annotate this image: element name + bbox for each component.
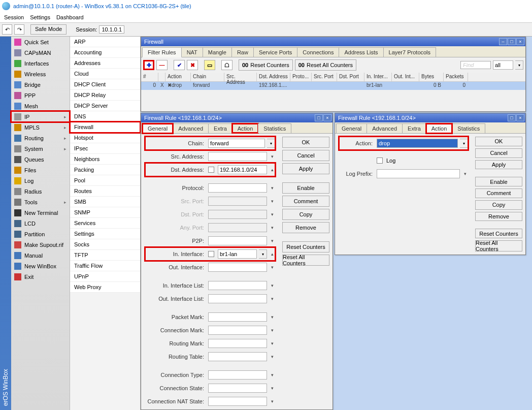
menu-settings[interactable]: Settings bbox=[30, 14, 50, 20]
submenu-item-ipsec[interactable]: IPsec bbox=[70, 143, 140, 154]
submenu-item-hotspot[interactable]: Hotspot bbox=[70, 133, 140, 143]
invert-checkbox[interactable] bbox=[208, 251, 214, 257]
enable-rule-button[interactable]: ✔ bbox=[174, 60, 185, 70]
p2p-input[interactable] bbox=[208, 236, 267, 245]
tab-address-lists[interactable]: Address Lists bbox=[339, 47, 383, 57]
find-input[interactable]: Find bbox=[460, 61, 491, 69]
close-icon[interactable]: × bbox=[516, 114, 524, 121]
submenu-item-services[interactable]: Services bbox=[70, 218, 140, 229]
out-interface-input[interactable] bbox=[208, 263, 267, 272]
expand-icon[interactable]: ▾ bbox=[269, 294, 275, 303]
tab-mangle[interactable]: Mangle bbox=[203, 47, 232, 57]
collapse-icon[interactable]: ▴ bbox=[269, 165, 275, 174]
close-icon[interactable]: × bbox=[516, 38, 524, 45]
reset-counters-button[interactable]: Reset Counters bbox=[475, 229, 522, 238]
chevron-down-icon[interactable]: ▾ bbox=[460, 139, 468, 148]
remove-button[interactable]: Remove bbox=[475, 212, 522, 222]
action-dropdown[interactable]: drop bbox=[377, 139, 458, 148]
apply-button[interactable]: Apply bbox=[282, 163, 329, 174]
out-interface-list-input[interactable] bbox=[208, 294, 267, 303]
add-rule-button[interactable]: ✚ bbox=[143, 60, 154, 70]
filter-all-dropdown[interactable]: all bbox=[493, 60, 513, 70]
menu-dashboard[interactable]: Dashboard bbox=[56, 14, 84, 20]
maximize-icon[interactable]: □ bbox=[508, 38, 516, 45]
nav-item-bridge[interactable]: Bridge bbox=[11, 79, 70, 90]
col-header[interactable]: Src. Address bbox=[224, 73, 257, 81]
chevron-down-icon[interactable]: ▾ bbox=[515, 60, 523, 70]
tab-action[interactable]: Action bbox=[232, 123, 259, 133]
chevron-down-icon[interactable]: ▾ bbox=[259, 249, 267, 259]
tab-advanced[interactable]: Advanced bbox=[173, 123, 209, 133]
submenu-item-pool[interactable]: Pool bbox=[70, 175, 140, 186]
tab-general[interactable]: General bbox=[142, 123, 173, 134]
reset-all-counters-button[interactable]: Reset All Counters bbox=[475, 240, 522, 251]
col-header[interactable]: Chain bbox=[191, 73, 224, 81]
close-icon[interactable]: × bbox=[323, 114, 331, 121]
connection-type-input[interactable] bbox=[208, 370, 267, 380]
tab-statistics[interactable]: Statistics bbox=[452, 123, 485, 133]
submenu-item-packing[interactable]: Packing bbox=[70, 165, 140, 175]
expand-icon[interactable]: ▾ bbox=[269, 339, 275, 348]
connection-state-input[interactable] bbox=[208, 384, 267, 393]
remove-rule-button[interactable]: — bbox=[156, 60, 168, 70]
col-header[interactable]: Dst. Port bbox=[337, 73, 364, 81]
menu-session[interactable]: Session bbox=[4, 14, 24, 20]
reset-counters-button[interactable]: Reset Counters bbox=[282, 241, 329, 253]
maximize-icon[interactable]: □ bbox=[508, 114, 516, 121]
cancel-button[interactable]: Cancel bbox=[282, 150, 329, 161]
apply-button[interactable]: Apply bbox=[475, 160, 522, 170]
ok-button[interactable]: OK bbox=[475, 137, 522, 146]
enable-button[interactable]: Enable bbox=[475, 177, 522, 186]
submenu-item-addresses[interactable]: Addresses bbox=[70, 58, 140, 69]
submenu-item-routes[interactable]: Routes bbox=[70, 186, 140, 197]
tab-advanced[interactable]: Advanced bbox=[367, 123, 403, 133]
nav-item-new-winbox[interactable]: New WinBox bbox=[11, 261, 70, 271]
nav-item-mesh[interactable]: Mesh bbox=[11, 101, 70, 111]
submenu-item-dhcp-server[interactable]: DHCP Server bbox=[70, 101, 140, 111]
nav-item-files[interactable]: Files bbox=[11, 165, 70, 175]
tab-extra[interactable]: Extra bbox=[402, 123, 426, 133]
submenu-item-settings[interactable]: Settings bbox=[70, 229, 140, 239]
expand-icon[interactable]: ▾ bbox=[269, 263, 275, 272]
col-header[interactable]: In. Inter... bbox=[364, 73, 392, 81]
nav-item-manual[interactable]: Manual bbox=[11, 250, 70, 261]
expand-icon[interactable]: ▾ bbox=[269, 370, 275, 380]
nav-item-new-terminal[interactable]: New Terminal bbox=[11, 207, 70, 218]
safe-mode-button[interactable]: Safe Mode bbox=[30, 24, 66, 35]
reset-all-counters-button[interactable]: Reset All Counters bbox=[282, 255, 329, 266]
tab-layer7-protocols[interactable]: Layer7 Protocols bbox=[383, 47, 437, 57]
nav-item-exit[interactable]: Exit bbox=[11, 271, 70, 282]
enable-button[interactable]: Enable bbox=[282, 182, 329, 194]
packet-mark-input[interactable] bbox=[208, 312, 267, 322]
expand-icon[interactable]: ▾ bbox=[269, 236, 275, 245]
expand-icon[interactable]: ▾ bbox=[462, 169, 468, 178]
src-address-input[interactable] bbox=[208, 152, 267, 161]
table-row[interactable]: 0X✖dropforward192.168.1....br1-lan0 B0 bbox=[141, 82, 525, 90]
nav-item-quick-set[interactable]: Quick Set bbox=[11, 37, 70, 47]
submenu-item-dhcp-client[interactable]: DHCP Client bbox=[70, 79, 140, 90]
nav-item-ppp[interactable]: PPP bbox=[11, 90, 70, 101]
nav-item-partition[interactable]: Partition bbox=[11, 229, 70, 239]
nav-item-wireless[interactable]: Wireless bbox=[11, 69, 70, 79]
col-header[interactable]: Proto... bbox=[290, 73, 312, 81]
minimize-icon[interactable]: – bbox=[499, 38, 507, 45]
tab-raw[interactable]: Raw bbox=[231, 47, 254, 57]
submenu-item-web-proxy[interactable]: Web Proxy bbox=[70, 282, 140, 293]
expand-icon[interactable]: ▾ bbox=[269, 183, 275, 193]
connection-nat-state-input[interactable] bbox=[208, 397, 267, 406]
col-header[interactable]: Packets bbox=[444, 73, 468, 81]
nav-item-radius[interactable]: Radius bbox=[11, 186, 70, 197]
expand-icon[interactable]: ▾ bbox=[269, 397, 275, 406]
submenu-item-upnp[interactable]: UPnP bbox=[70, 271, 140, 282]
expand-icon[interactable]: ▾ bbox=[269, 281, 275, 290]
redo-button[interactable]: ↷ bbox=[14, 24, 24, 35]
nav-item-lcd[interactable]: LCD bbox=[11, 218, 70, 229]
col-header[interactable]: Bytes bbox=[419, 73, 444, 81]
tab-connections[interactable]: Connections bbox=[297, 47, 339, 57]
submenu-item-firewall[interactable]: Firewall bbox=[70, 122, 140, 133]
tab-service-ports[interactable]: Service Ports bbox=[253, 47, 297, 57]
tab-nat[interactable]: NAT bbox=[181, 47, 203, 57]
expand-icon[interactable]: ▾ bbox=[269, 352, 275, 361]
submenu-item-dhcp-relay[interactable]: DHCP Relay bbox=[70, 90, 140, 101]
tab-statistics[interactable]: Statistics bbox=[258, 123, 291, 133]
